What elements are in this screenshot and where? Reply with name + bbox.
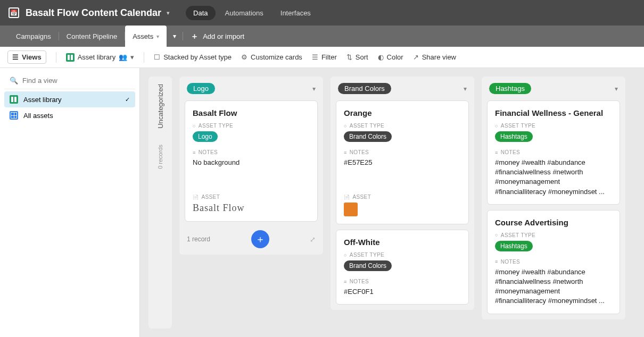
grid-icon <box>10 111 18 120</box>
card-basalt-flow[interactable]: Basalt Flow ASSET TYPE Logo NOTES No bac… <box>185 100 318 222</box>
card-tag: Brand Colors <box>344 260 392 271</box>
views-button[interactable]: ☰ Views <box>7 50 46 64</box>
card-title: Off-White <box>344 238 461 247</box>
card-notes: #E57E25 <box>344 158 461 167</box>
tab-assets[interactable]: Assets ▾ <box>125 26 167 47</box>
current-view-name: Asset library <box>78 53 116 61</box>
share-icon: ↗ <box>413 53 419 61</box>
card-tag: Hashtags <box>495 131 533 142</box>
field-asset-type: ASSET TYPE <box>193 123 310 129</box>
field-notes: NOTES <box>495 149 612 155</box>
card-tag: Brand Colors <box>344 131 392 142</box>
stacked-label: Stacked by Asset type <box>163 53 232 61</box>
add-import-label: Add or import <box>203 32 244 40</box>
filter-button[interactable]: ☰ Filter <box>312 53 337 61</box>
color-button[interactable]: ◐ Color <box>378 53 403 61</box>
card-financial-wellness[interactable]: Financial Wellness - General ASSET TYPE … <box>487 100 620 205</box>
view-toolbar: ☰ Views Asset library 👥 ▾ ☐ Stacked by A… <box>0 47 644 68</box>
column-uncategorized[interactable]: Uncategorized 0 records <box>148 77 172 328</box>
card-title: Orange <box>344 108 461 117</box>
uncategorized-count: 0 records <box>157 145 163 169</box>
customize-label: Customize cards <box>251 53 302 61</box>
stacked-by-button[interactable]: ☐ Stacked by Asset type <box>154 53 232 61</box>
sort-icon: ⇅ <box>346 53 352 61</box>
more-tabs-button[interactable]: ▾ <box>167 32 183 40</box>
color-icon: ◐ <box>378 53 384 61</box>
chevron-down-icon: ▾ <box>156 33 159 39</box>
nav-automations[interactable]: Automations <box>218 6 271 20</box>
views-label: Views <box>22 53 42 61</box>
stack-icon: ☐ <box>154 53 160 61</box>
field-asset-type: ASSET TYPE <box>495 232 612 238</box>
check-icon: ✓ <box>125 96 130 103</box>
share-label: Share view <box>422 53 456 61</box>
tab-campaigns[interactable]: Campaigns <box>9 26 59 47</box>
field-notes: NOTES <box>344 149 461 155</box>
search-view-input[interactable] <box>22 77 130 85</box>
table-tabs: Campaigns Content Pipeline Assets ▾ ▾ ＋ … <box>0 26 644 47</box>
card-title: Basalt Flow <box>193 108 310 117</box>
gallery-icon <box>66 53 75 62</box>
views-sidebar: 🔍 Asset library ✓ All assets <box>0 68 140 337</box>
field-asset-type: ASSET TYPE <box>495 123 612 129</box>
app-icon: 📅 <box>9 7 19 18</box>
app-header: 📅 Basalt Flow Content Calendar ▾ Data Au… <box>0 0 644 26</box>
uncategorized-label: Uncategorized <box>156 84 164 129</box>
card-title: Financial Wellness - General <box>495 108 612 117</box>
plus-icon: ＋ <box>191 31 199 41</box>
sidebar-view-asset-library[interactable]: Asset library ✓ <box>4 91 135 107</box>
column-menu-icon[interactable]: ▾ <box>615 85 618 92</box>
card-off-white[interactable]: Off-White ASSET TYPE Brand Colors NOTES … <box>336 230 469 305</box>
column-tag-hashtags: Hashtags <box>489 83 531 94</box>
column-logo: Logo ▾ Basalt Flow ASSET TYPE Logo NOTES… <box>179 77 323 328</box>
card-notes: No background <box>193 158 310 167</box>
current-view[interactable]: Asset library 👥 ▾ <box>66 53 135 62</box>
field-notes: NOTES <box>193 149 310 155</box>
main-content: 🔍 Asset library ✓ All assets Uncategoriz… <box>0 68 644 337</box>
nav-interfaces[interactable]: Interfaces <box>273 6 318 20</box>
kanban-board: Uncategorized 0 records Logo ▾ Basalt Fl… <box>140 68 644 337</box>
tab-content-pipeline[interactable]: Content Pipeline <box>59 26 125 47</box>
field-asset-type: ASSET TYPE <box>344 123 461 129</box>
gallery-icon <box>10 95 18 104</box>
field-asset: ASSET <box>344 194 461 200</box>
hamburger-icon: ☰ <box>12 53 19 61</box>
field-notes: NOTES <box>344 279 461 284</box>
card-orange[interactable]: Orange ASSET TYPE Brand Colors NOTES #E5… <box>336 100 469 224</box>
record-count: 1 record <box>187 235 210 243</box>
chevron-down-icon: ▾ <box>130 53 134 61</box>
view-label: Asset library <box>23 96 62 104</box>
expand-icon[interactable]: ⤢ <box>310 235 316 243</box>
tab-assets-label: Assets <box>133 32 153 40</box>
asset-preview: Basalt Flow <box>193 203 310 214</box>
title-dropdown-icon[interactable]: ▾ <box>167 10 170 16</box>
header-nav: Data Automations Interfaces <box>186 6 318 20</box>
field-asset-type: ASSET TYPE <box>344 252 461 258</box>
filter-label: Filter <box>321 53 337 61</box>
card-notes: #money #wealth #abundance #financialwell… <box>495 267 612 306</box>
card-course-advertising[interactable]: Course Advertising ASSET TYPE Hashtags N… <box>487 210 620 314</box>
color-swatch-orange <box>344 203 358 216</box>
add-or-import-button[interactable]: ＋ Add or import <box>183 31 252 41</box>
nav-data[interactable]: Data <box>186 6 215 20</box>
column-menu-icon[interactable]: ▾ <box>464 85 467 92</box>
card-notes: #money #wealth #abundance #financialwell… <box>495 158 612 197</box>
card-tag: Hashtags <box>495 241 533 251</box>
view-label: All assets <box>23 112 53 120</box>
search-view[interactable]: 🔍 <box>4 72 135 89</box>
card-title: Course Advertising <box>495 218 612 227</box>
column-menu-icon[interactable]: ▾ <box>312 85 316 92</box>
sidebar-view-all-assets[interactable]: All assets <box>4 107 135 123</box>
color-label: Color <box>387 53 403 61</box>
field-asset: ASSET <box>193 194 310 200</box>
search-icon: 🔍 <box>10 77 18 85</box>
share-view-button[interactable]: ↗ Share view <box>413 53 456 61</box>
column-brand-colors: Brand Colors ▾ Orange ASSET TYPE Brand C… <box>331 77 474 328</box>
people-icon: 👥 <box>119 53 127 61</box>
customize-cards-button[interactable]: ⚙ Customize cards <box>241 53 302 61</box>
add-record-button[interactable]: ＋ <box>251 230 269 248</box>
gear-icon: ⚙ <box>241 53 247 61</box>
column-tag-logo: Logo <box>187 83 215 94</box>
sort-button[interactable]: ⇅ Sort <box>346 53 368 61</box>
filter-icon: ☰ <box>312 53 318 61</box>
